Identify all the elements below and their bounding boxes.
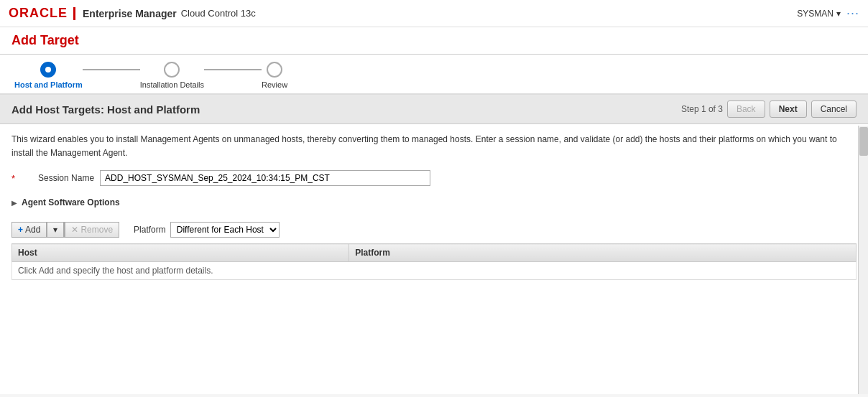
chevron-down-icon: ▾ [836,9,841,19]
cancel-button[interactable]: Cancel [811,101,857,118]
step-1-label: Host and Platform [14,80,83,93]
remove-button[interactable]: ✕ Remove [65,222,119,238]
step-2-circle [164,62,180,78]
next-button[interactable]: Next [770,101,807,118]
platform-label: Platform [134,225,166,235]
remove-label: Remove [80,225,113,235]
dropdown-arrow-button[interactable]: ▾ [47,222,64,238]
sysman-button[interactable]: SYSMAN ▾ [797,9,841,19]
sysman-label: SYSMAN [797,9,834,19]
host-column-header: Host [12,244,349,262]
more-options-button[interactable]: ··· [846,6,859,21]
description-text: This wizard enables you to install Manag… [11,133,857,160]
agent-software-label: Agent Software Options [22,197,120,207]
table-empty-row: Click Add and specify the host and platf… [12,262,857,280]
chevron-down-icon: ▾ [53,225,57,235]
step-1-circle [40,62,56,78]
header-buttons: Step 1 of 3 Back Next Cancel [681,101,857,118]
agent-software-section: ▶ Agent Software Options [11,196,857,209]
page-title-bar: Add Target [0,27,868,55]
scrollbar-thumb [859,127,868,156]
triangle-icon: ▶ [11,199,17,207]
oracle-bar [73,7,75,20]
table-header-row: Host Platform [12,244,857,262]
step-2: Installation Details [140,62,204,93]
add-label: Add [25,225,40,235]
wizard-steps: Host and Platform Installation Details R… [0,55,868,95]
add-button[interactable]: + Add [11,222,47,238]
session-name-row: * Session Name [11,170,857,186]
back-button[interactable]: Back [727,101,765,118]
step-3-circle [267,62,282,78]
scrollbar[interactable] [858,126,868,394]
header-right: SYSMAN ▾ ··· [797,6,859,21]
header-left: ORACLE Enterprise Manager Cloud Control … [9,6,256,21]
step-connector-2 [204,69,262,70]
session-name-label: Session Name [22,173,94,183]
host-platform-table: Host Platform Click Add and specify the … [11,243,857,280]
step-3-label: Review [262,80,287,93]
table-toolbar: + Add ▾ ✕ Remove Platform Different for … [11,219,857,240]
content-header: Add Host Targets: Host and Platform Step… [0,95,868,124]
x-icon: ✕ [71,225,78,235]
step-3: Review [262,62,287,93]
oracle-text: ORACLE [9,6,68,21]
session-name-input[interactable] [100,170,430,186]
agent-software-toggle[interactable]: ▶ Agent Software Options [11,196,857,209]
platform-column-header: Platform [349,244,857,262]
step-info: Step 1 of 3 [681,104,723,114]
empty-message: Click Add and specify the host and platf… [12,262,857,280]
step-1: Host and Platform [14,62,83,93]
content-body: This wizard enables you to install Manag… [0,124,868,393]
content-title: Add Host Targets: Host and Platform [11,103,200,116]
page-title: Add Target [11,33,857,48]
em-title: Enterprise Manager [83,8,177,19]
platform-select[interactable]: Different for Each Host [170,222,280,238]
oracle-logo: ORACLE [9,6,78,21]
main-content: Add Host Targets: Host and Platform Step… [0,95,868,394]
plus-icon: + [18,225,23,235]
required-mark: * [11,173,15,184]
step-2-label: Installation Details [140,80,204,93]
step-connector-1 [83,69,140,70]
header: ORACLE Enterprise Manager Cloud Control … [0,0,868,27]
em-subtitle: Cloud Control 13c [181,8,256,19]
